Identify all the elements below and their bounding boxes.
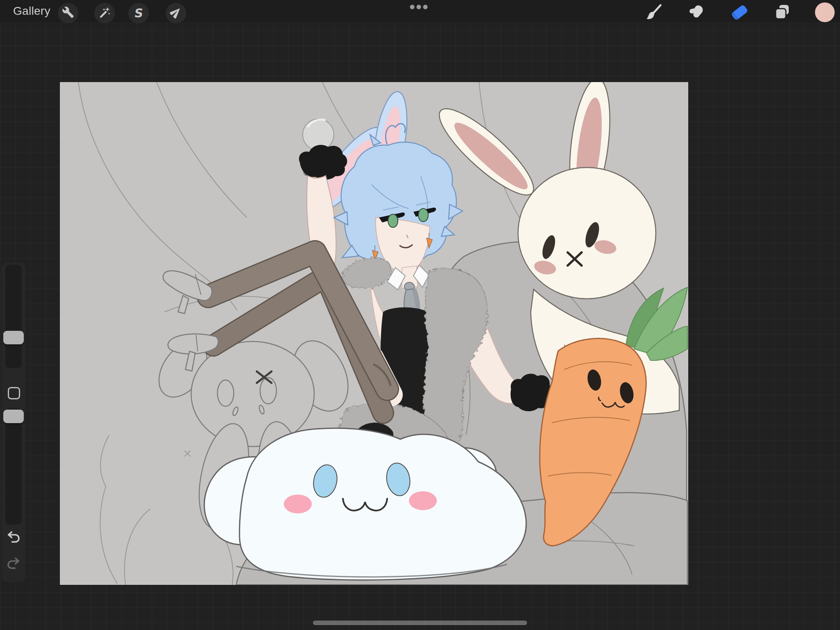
brush-size-slider[interactable] (5, 265, 22, 368)
opacity-slider[interactable] (5, 408, 22, 525)
brush-size-slider-handle[interactable] (3, 331, 24, 344)
brush-tool-button[interactable] (643, 3, 664, 23)
eraser-tool-button[interactable] (729, 3, 750, 23)
eraser-icon (730, 3, 749, 23)
sidebar-tool-panel (2, 263, 25, 582)
undo-icon (6, 538, 21, 545)
gallery-button[interactable]: Gallery (13, 0, 50, 22)
wrench-icon (62, 6, 74, 20)
procreate-workspace: Gallery S (0, 0, 840, 630)
color-button[interactable] (814, 3, 835, 23)
magic-wand-icon (98, 6, 111, 21)
home-indicator[interactable] (313, 621, 527, 625)
redo-button[interactable] (6, 556, 21, 572)
top-toolbar: Gallery S (0, 0, 840, 22)
adjustments-s-icon: S (133, 6, 144, 20)
modify-button[interactable] (8, 387, 20, 399)
ellipsis-icon (409, 5, 429, 11)
transform-button[interactable] (166, 3, 186, 23)
layers-icon (773, 3, 791, 23)
artwork (60, 82, 688, 585)
color-swatch (814, 2, 835, 25)
actions-button[interactable] (58, 3, 78, 23)
opacity-slider-handle[interactable] (3, 410, 24, 423)
canvas-overflow-menu[interactable] (409, 4, 429, 12)
brush-icon (644, 3, 662, 23)
layers-button[interactable] (772, 3, 793, 23)
undo-button[interactable] (6, 529, 21, 546)
selections-button[interactable]: S (128, 3, 149, 23)
redo-icon (6, 565, 21, 572)
cinnamoroll-cheek (284, 495, 312, 513)
drawing-canvas[interactable] (60, 82, 688, 585)
cinnamoroll-cheek (409, 491, 437, 510)
adjustments-button[interactable] (94, 3, 115, 23)
smudge-tool-button[interactable] (685, 3, 707, 23)
smudge-icon (687, 3, 705, 23)
transform-arrow-icon (170, 6, 182, 20)
